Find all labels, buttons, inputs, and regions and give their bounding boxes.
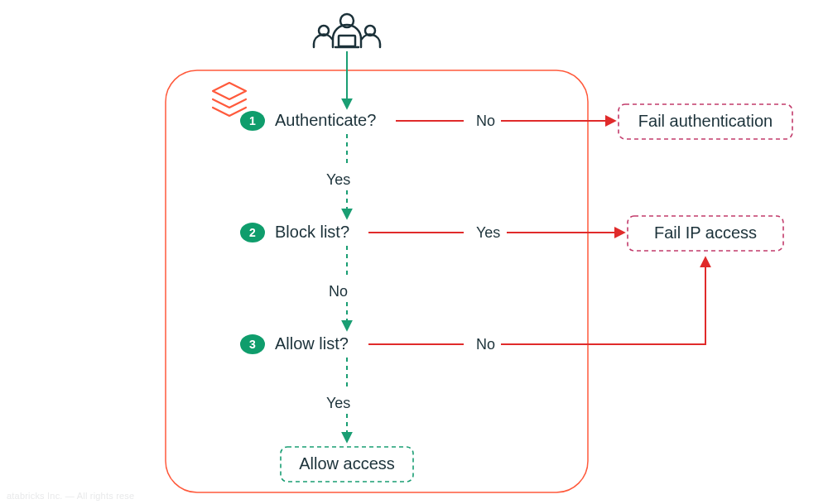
edge-allow-yes-label: Yes <box>326 395 350 411</box>
outcome-fail-ip: Fail IP access <box>628 216 783 251</box>
step-1-label: Authenticate? <box>275 111 376 129</box>
databricks-logo-icon <box>213 83 246 116</box>
step-3-label: Allow list? <box>275 334 349 353</box>
step-2-number: 2 <box>249 226 256 239</box>
outcome-allow-access-label: Allow access <box>299 454 395 473</box>
svg-rect-1 <box>339 36 355 46</box>
edge-auth-no-label: No <box>476 113 495 129</box>
users-icon <box>314 14 380 47</box>
edge-allow-no-label: No <box>476 336 495 353</box>
step-2: 2 Block list? <box>240 223 349 242</box>
step-3-number: 3 <box>249 338 256 351</box>
step-2-label: Block list? <box>275 223 349 241</box>
outcome-fail-auth-label: Fail authentication <box>638 112 773 130</box>
edge-allow-no-line-2 <box>501 258 705 344</box>
outcome-fail-auth: Fail authentication <box>619 104 792 139</box>
step-1: 1 Authenticate? <box>240 111 376 131</box>
step-3: 3 Allow list? <box>240 334 349 354</box>
edge-block-yes-label: Yes <box>476 224 500 241</box>
step-1-number: 1 <box>249 114 256 127</box>
edge-block-no-label: No <box>329 283 348 300</box>
outcome-fail-ip-label: Fail IP access <box>654 223 757 242</box>
outer-container <box>166 70 588 492</box>
edge-auth-yes-label: Yes <box>326 171 350 188</box>
footer-copyright: atabricks Inc. — All rights rese <box>7 491 134 501</box>
outcome-allow-access: Allow access <box>281 447 413 482</box>
flow-diagram: 1 Authenticate? No Fail authentication Y… <box>0 0 828 504</box>
